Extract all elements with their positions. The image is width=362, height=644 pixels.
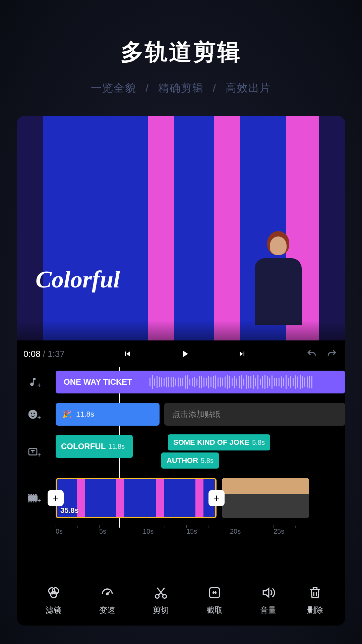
add-clip-before-button[interactable]: + bbox=[48, 490, 64, 506]
emoji-icon bbox=[27, 409, 38, 420]
svg-rect-8 bbox=[35, 494, 37, 495]
play-button[interactable] bbox=[179, 348, 190, 360]
speed-tool[interactable]: 变速 bbox=[87, 585, 127, 615]
current-time: 0:08 bbox=[23, 349, 41, 359]
video-track: + + 35.8s + bbox=[17, 478, 345, 518]
text-clip-1[interactable]: SOME KIND OF JOKE 5.8s bbox=[168, 434, 270, 450]
add-sticker-hint[interactable]: 点击添加贴纸 bbox=[164, 403, 345, 426]
sticker-emoji: 🎉 bbox=[62, 410, 71, 419]
ruler-tick: 0s bbox=[56, 528, 99, 535]
video-preview[interactable]: Colorful bbox=[17, 116, 345, 340]
editor-card: Colorful 0:08 / 1:37 bbox=[17, 116, 345, 626]
page-title: 多轨道剪辑 bbox=[0, 37, 362, 67]
bottom-toolbar: 滤镜 变速 剪切 截取 音量 删除 bbox=[17, 575, 345, 626]
svg-point-14 bbox=[52, 588, 58, 594]
prev-button[interactable] bbox=[123, 348, 132, 360]
text-clip-main[interactable]: COLORFUL 11.8s bbox=[56, 435, 133, 458]
total-time: 1:37 bbox=[48, 349, 65, 359]
svg-point-2 bbox=[34, 413, 35, 414]
music-icon bbox=[27, 377, 38, 387]
cut-tool[interactable]: 剪切 bbox=[141, 585, 181, 615]
volume-icon bbox=[261, 585, 276, 600]
music-clip[interactable]: ONE WAY TICKET bbox=[56, 371, 345, 393]
page-subtitle: 一览全貌 / 精确剪辑 / 高效出片 bbox=[0, 81, 362, 96]
ruler-tick: 5s bbox=[99, 528, 143, 535]
svg-point-18 bbox=[163, 595, 167, 598]
add-video-button[interactable]: + bbox=[23, 493, 42, 503]
sticker-duration: 11.8s bbox=[76, 410, 94, 419]
crop-icon bbox=[207, 585, 222, 600]
filter-tool[interactable]: 滤镜 bbox=[34, 585, 74, 615]
svg-rect-4 bbox=[28, 495, 38, 501]
text-icon bbox=[27, 446, 38, 457]
sticker-track: + 🎉 11.8s 点击添加贴纸 bbox=[17, 403, 345, 426]
video-clip-2[interactable] bbox=[222, 478, 309, 518]
text-track: + COLORFUL 11.8s SOME KIND OF JOKE 5.8s … bbox=[17, 435, 345, 469]
crop-tool[interactable]: 截取 bbox=[194, 585, 235, 615]
svg-point-16 bbox=[106, 593, 108, 595]
add-sticker-button[interactable]: + bbox=[23, 409, 42, 420]
speed-icon bbox=[100, 585, 115, 600]
waveform bbox=[149, 375, 342, 389]
svg-point-0 bbox=[28, 410, 38, 419]
add-clip-between-button[interactable]: + bbox=[208, 490, 225, 506]
ruler-tick: 15s bbox=[186, 528, 230, 535]
svg-point-1 bbox=[31, 413, 32, 414]
music-track: + ONE WAY TICKET bbox=[17, 371, 345, 393]
add-music-button[interactable]: + bbox=[23, 377, 42, 387]
svg-rect-9 bbox=[28, 501, 29, 502]
svg-point-15 bbox=[51, 591, 57, 597]
preview-overlay-text: Colorful bbox=[36, 266, 120, 293]
skip-previous-icon bbox=[123, 349, 132, 359]
svg-rect-11 bbox=[33, 501, 34, 502]
undo-button[interactable] bbox=[305, 348, 318, 359]
filter-icon bbox=[46, 585, 61, 600]
next-button[interactable] bbox=[237, 348, 247, 360]
svg-rect-12 bbox=[35, 501, 37, 502]
redo-icon bbox=[325, 348, 339, 359]
skip-next-icon bbox=[237, 349, 247, 359]
trash-icon bbox=[308, 585, 322, 600]
svg-rect-5 bbox=[28, 494, 29, 495]
ruler-tick: 10s bbox=[143, 528, 186, 535]
svg-rect-10 bbox=[31, 501, 32, 502]
ruler-tick: 20s bbox=[230, 528, 274, 535]
svg-rect-6 bbox=[31, 494, 32, 495]
music-title: ONE WAY TICKET bbox=[64, 377, 132, 387]
svg-rect-7 bbox=[33, 494, 34, 495]
playback-controls: 0:08 / 1:37 bbox=[17, 340, 345, 367]
volume-tool[interactable]: 音量 bbox=[248, 585, 288, 615]
video-clip-1[interactable]: 35.8s bbox=[56, 478, 217, 518]
ruler-tick: 25s bbox=[274, 528, 317, 535]
sticker-clip[interactable]: 🎉 11.8s bbox=[56, 403, 160, 426]
time-ruler: 0s5s10s15s20s25s bbox=[17, 528, 345, 544]
clip-duration: 35.8s bbox=[60, 506, 79, 515]
timeline-tracks: + ONE WAY TICKET + 🎉 11.8s bbox=[17, 367, 345, 544]
delete-tool[interactable]: 删除 bbox=[302, 585, 328, 615]
time-display: 0:08 / 1:37 bbox=[23, 349, 65, 359]
play-icon bbox=[179, 348, 190, 360]
redo-button[interactable] bbox=[325, 348, 339, 359]
svg-point-17 bbox=[156, 595, 159, 598]
text-clip-2[interactable]: AUTHOR 5.8s bbox=[161, 452, 219, 469]
header: 多轨道剪辑 一览全貌 / 精确剪辑 / 高效出片 bbox=[0, 0, 362, 96]
scissors-icon bbox=[154, 585, 168, 600]
undo-icon bbox=[305, 348, 318, 359]
add-text-button[interactable]: + bbox=[23, 446, 42, 457]
